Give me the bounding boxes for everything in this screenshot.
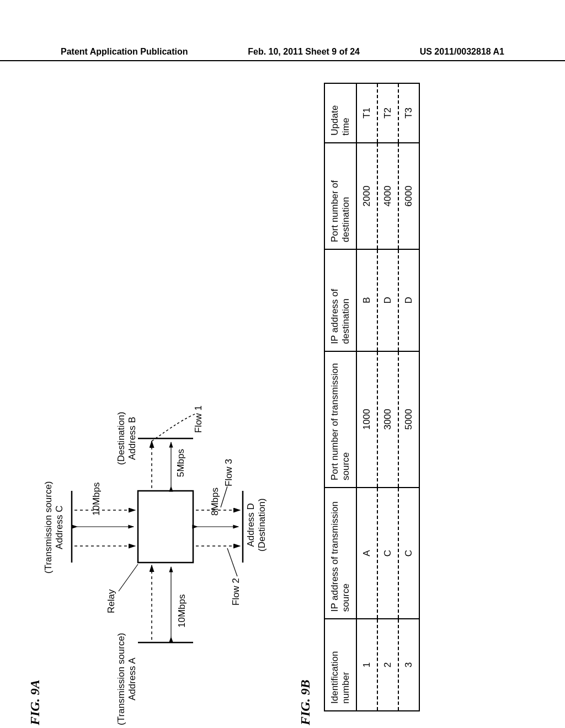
cell-src-ip: A (356, 488, 377, 619)
cell-id: 1 (356, 619, 377, 711)
dest-d-addr: Address D (246, 503, 256, 547)
cell-id: 3 (398, 619, 419, 711)
cell-src-port: 3000 (377, 351, 398, 488)
flow3-label: Flow 3 (223, 459, 234, 486)
cell-src-port: 1000 (356, 351, 377, 488)
dest-b-label: (Destination) Address B (116, 412, 138, 465)
flow2-label: Flow 2 (231, 578, 242, 606)
cell-src-ip: C (377, 488, 398, 619)
cell-update: T3 (398, 83, 419, 143)
col-dst-ip-text: IP address of destination (329, 289, 351, 344)
header-left: Patent Application Publication (61, 47, 188, 57)
figure-9a-svg (33, 403, 270, 711)
cell-dst-ip: B (356, 249, 377, 351)
table-row: 2 C 3000 D 4000 T2 (377, 83, 398, 711)
col-dst-ip: IP address of destination (324, 249, 356, 351)
cell-dst-port: 6000 (398, 143, 419, 250)
tx-source-c-addr: Address C (54, 506, 65, 549)
tx-source-a-label: (Transmission source) Address A (116, 633, 138, 725)
page-header: Patent Application Publication Feb. 10, … (0, 47, 565, 61)
tx-source-a-title: (Transmission source) (116, 633, 126, 725)
cell-src-port: 5000 (398, 351, 419, 488)
dest-b-title: (Destination) (116, 412, 126, 465)
header-center: Feb. 10, 2011 Sheet 9 of 24 (248, 47, 360, 57)
figure-9b-label: FIG. 9B (298, 83, 313, 725)
col-update: Update time (324, 83, 356, 143)
cell-dst-ip: D (377, 249, 398, 351)
cell-dst-ip: D (398, 249, 419, 351)
dest-b-addr: Address B (127, 417, 137, 460)
dest-d-title: (Destination) (257, 499, 267, 552)
flow1-label: Flow 1 (193, 405, 204, 433)
tx-source-a-addr: Address A (127, 657, 137, 700)
cell-id: 2 (377, 619, 398, 711)
rate-10-left: 10Mbps (177, 595, 188, 628)
col-src-ip: IP address of transmission source (324, 488, 356, 619)
tx-source-c-title: (Transmission source) (43, 481, 54, 574)
flow-table: Identification number IP address of tran… (324, 83, 420, 711)
col-src-port-text: Port number of transmission source (329, 363, 351, 480)
rate-10-top: 10Mbps (91, 483, 102, 516)
figure-9a: FIG. 9A (33, 403, 270, 711)
col-id: Identification number (324, 619, 356, 711)
header-right: US 2011/0032818 A1 (420, 47, 504, 57)
col-src-ip-text: IP address of transmission source (329, 501, 351, 612)
col-dst-port-text: Port number of destination (329, 180, 351, 242)
rate-5-right: 5Mbps (175, 449, 186, 477)
col-update-text: Update time (329, 105, 351, 136)
col-id-text: Identification number (329, 651, 351, 704)
col-dst-port: Port number of destination (324, 143, 356, 250)
rate-8-bottom: 8Mbps (210, 488, 221, 516)
dest-d-label: Address D (Destination) (246, 499, 268, 552)
relay-label: Relay (106, 590, 117, 613)
svg-rect-4 (138, 491, 193, 563)
table-row: 1 A 1000 B 2000 T1 (356, 83, 377, 711)
cell-dst-port: 2000 (356, 143, 377, 250)
cell-dst-port: 4000 (377, 143, 398, 250)
svg-line-17 (119, 564, 138, 591)
svg-line-16 (221, 486, 227, 507)
cell-src-ip: C (398, 488, 419, 619)
table-row: 3 C 5000 D 6000 T3 (398, 83, 419, 711)
figure-9b: FIG. 9B Identification number IP address… (298, 83, 420, 711)
cell-update: T1 (356, 83, 377, 143)
svg-line-15 (227, 548, 237, 576)
cell-update: T2 (377, 83, 398, 143)
page-body-rotated: FIG. 9A (0, 83, 565, 728)
tx-source-c-label: (Transmission source) Address C (43, 481, 65, 574)
col-src-port: Port number of transmission source (324, 351, 356, 488)
